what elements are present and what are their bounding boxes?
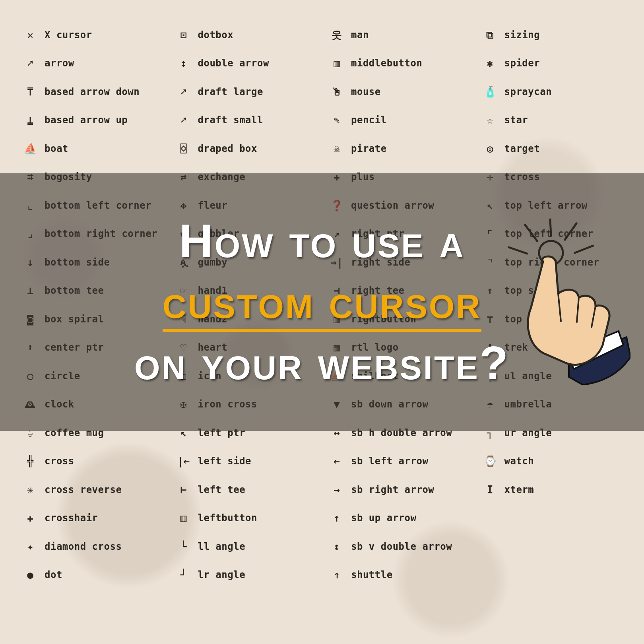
cursor-item: ↑sb up arrow [330, 504, 483, 533]
cursor-icon: ✦ [23, 539, 37, 554]
title-band: How to use a custom cursor on your websi… [0, 173, 644, 431]
cursor-icon: → [330, 483, 344, 497]
cursor-item: ⍑based arrow down [23, 78, 177, 106]
cursor-label: spraycan [504, 86, 552, 97]
cursor-label: diamond cross [45, 541, 122, 552]
cursor-label: dot [45, 569, 62, 580]
cursor-icon: └ [177, 539, 191, 554]
cursor-item: ⊢left tee [177, 475, 330, 504]
cursor-item: ⇑shuttle [330, 561, 483, 590]
cursor-label: target [504, 143, 540, 154]
cursor-icon: ➚ [177, 113, 191, 127]
cursor-item: ⌺draped box [177, 134, 330, 163]
cursor-label: cross reverse [45, 484, 122, 495]
cursor-icon: ✳ [23, 483, 37, 497]
cursor-label: man [351, 29, 369, 41]
cursor-icon: ╬ [23, 454, 37, 468]
cursor-label: watch [504, 456, 534, 467]
cursor-item: ←sb left arrow [330, 447, 483, 476]
cursor-label: draped box [198, 143, 258, 154]
cursor-icon: ✎ [330, 113, 344, 127]
title-line-3: on your website? [134, 334, 510, 393]
cursor-item: ⍊based arrow up [23, 106, 177, 135]
cursor-item: 🧴spraycan [483, 78, 636, 106]
cursor-item: ↕double arrow [177, 49, 330, 78]
cursor-label: draft large [198, 86, 263, 97]
cursor-label: boat [45, 143, 68, 154]
cursor-icon: ⍊ [23, 113, 37, 127]
cursor-item: Ixterm [483, 475, 636, 504]
cursor-item: ◎target [483, 134, 636, 163]
cursor-label: based arrow up [45, 114, 128, 126]
cursor-icon: ➚ [23, 56, 37, 70]
cursor-label: sizing [504, 29, 540, 41]
cursor-label: spider [504, 58, 540, 69]
cursor-item: →sb right arrow [330, 475, 483, 504]
cursor-item: ☠pirate [330, 134, 483, 163]
cursor-item: ⧉sizing [483, 21, 636, 49]
cursor-item: ✚crosshair [23, 504, 177, 533]
cursor-item: ✳cross reverse [23, 475, 177, 504]
cursor-item: ▥middlebutton [330, 49, 483, 78]
cursor-icon: ● [23, 568, 37, 582]
cursor-label: left side [198, 456, 252, 467]
cursor-label: draft small [198, 114, 263, 126]
cursor-item: ✦diamond cross [23, 532, 177, 561]
title-line-2: custom cursor [163, 273, 482, 332]
cursor-icon: ✕ [23, 28, 37, 42]
cursor-item: ☆star [483, 106, 636, 135]
cursor-label: middlebutton [351, 58, 422, 69]
cursor-icon: ☠ [330, 142, 344, 156]
cursor-label: sb v double arrow [351, 541, 452, 552]
cursor-item: ➚arrow [23, 49, 177, 78]
cursor-label: star [504, 114, 528, 126]
cursor-icon: ⊡ [177, 28, 191, 42]
title-line-1: How to use a [179, 212, 465, 271]
cursor-icon: ⧉ [483, 28, 497, 42]
cursor-item: ┘lr angle [177, 561, 330, 590]
cursor-icon: ↕ [330, 539, 344, 554]
title-highlight: custom cursor [163, 275, 482, 332]
cursor-item: ▥leftbutton [177, 504, 330, 533]
cursor-label: lr angle [198, 569, 246, 580]
cursor-label: double arrow [198, 58, 269, 69]
cursor-label: left tee [198, 484, 246, 495]
cursor-label: arrow [45, 58, 74, 69]
cursor-item: ●dot [23, 561, 177, 590]
cursor-icon: ⛵ [23, 142, 37, 156]
cursor-icon: ✱ [483, 56, 497, 70]
cursor-icon: ↕ [177, 56, 191, 70]
cursor-label: pencil [351, 114, 387, 126]
cursor-icon: ▥ [330, 56, 344, 70]
cursor-item: 웃man [330, 21, 483, 49]
cursor-label: sb left arrow [351, 456, 428, 467]
cursor-item: ➚draft small [177, 106, 330, 135]
cursor-icon: ◎ [483, 142, 497, 156]
cursor-label: cross [45, 456, 74, 467]
cursor-item: ✱spider [483, 49, 636, 78]
cursor-icon: |← [177, 454, 191, 468]
cursor-item: ↕sb v double arrow [330, 532, 483, 561]
cursor-icon: ⇑ [330, 568, 344, 582]
cursor-icon: 웃 [330, 28, 344, 42]
cursor-item: ⛵boat [23, 134, 177, 163]
cursor-icon: ← [330, 454, 344, 468]
cursor-label: pirate [351, 143, 387, 154]
cursor-icon: ☆ [483, 113, 497, 127]
cursor-label: crosshair [45, 512, 98, 524]
cursor-icon: ⍑ [23, 85, 37, 99]
cursor-icon: ➚ [177, 85, 191, 99]
cursor-item: ╬cross [23, 447, 177, 476]
cursor-label: leftbutton [198, 512, 258, 524]
cursor-item: ⊡dotbox [177, 21, 330, 49]
cursor-label: shuttle [351, 569, 393, 580]
cursor-icon: ▥ [177, 511, 191, 525]
cursor-label: sb up arrow [351, 512, 416, 524]
cursor-icon: ✚ [23, 511, 37, 525]
cursor-label: based arrow down [45, 86, 140, 97]
cursor-item: 🖱mouse [330, 78, 483, 106]
cursor-icon: ⌚ [483, 454, 497, 468]
cursor-item: ➚draft large [177, 78, 330, 106]
cursor-item: ✎pencil [330, 106, 483, 135]
cursor-label: sb right arrow [351, 484, 434, 495]
